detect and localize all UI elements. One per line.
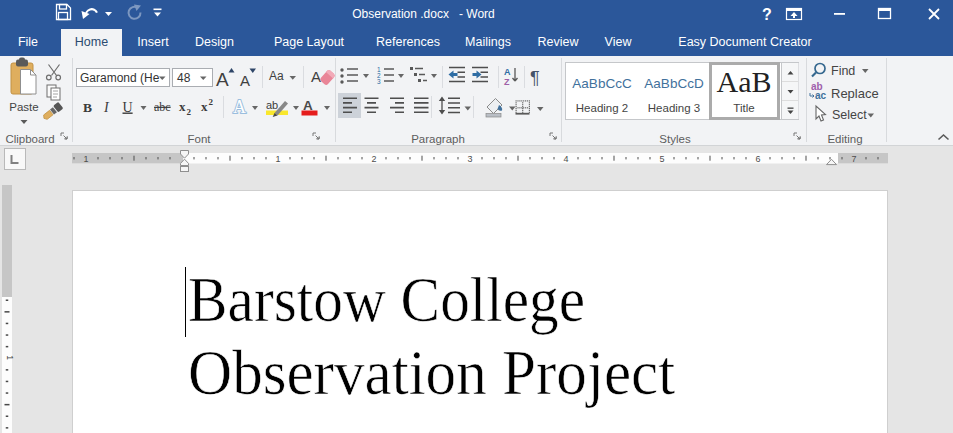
svg-text:5: 5	[659, 154, 664, 164]
svg-text:A: A	[504, 67, 511, 77]
svg-text:4: 4	[563, 154, 568, 164]
svg-text:Aa: Aa	[269, 69, 284, 83]
svg-text:A: A	[240, 72, 250, 89]
svg-text:I: I	[103, 100, 110, 115]
svg-text:¶: ¶	[530, 68, 540, 88]
svg-text:3: 3	[377, 78, 381, 85]
svg-text:A: A	[233, 97, 246, 117]
svg-text:U: U	[123, 100, 133, 115]
svg-text:Font: Font	[187, 133, 211, 145]
svg-text:A: A	[216, 69, 229, 90]
svg-text:Paragraph: Paragraph	[411, 133, 465, 145]
svg-text:48: 48	[177, 71, 191, 85]
svg-text:Find: Find	[831, 64, 855, 78]
svg-text:x: x	[201, 99, 208, 114]
svg-text:1: 1	[83, 154, 88, 164]
svg-text:x: x	[179, 99, 186, 114]
svg-text:2: 2	[371, 154, 376, 164]
svg-text:ac: ac	[815, 90, 827, 101]
svg-text:3: 3	[467, 154, 472, 164]
svg-text:Replace: Replace	[831, 86, 879, 101]
svg-text:6: 6	[755, 154, 760, 164]
svg-text:Select: Select	[832, 108, 867, 122]
svg-text:A: A	[311, 68, 321, 85]
svg-text:Editing: Editing	[827, 133, 862, 145]
svg-text:Heading 3: Heading 3	[648, 102, 700, 114]
svg-text:7: 7	[851, 154, 856, 164]
svg-text:1: 1	[5, 355, 14, 360]
svg-text:AaBbCcD: AaBbCcD	[644, 76, 704, 91]
svg-text:Title: Title	[733, 102, 754, 114]
svg-text:AaB: AaB	[717, 65, 772, 98]
svg-text:abc: abc	[154, 100, 171, 114]
svg-text:Paste: Paste	[9, 101, 38, 113]
svg-text:1: 1	[275, 154, 280, 164]
svg-text:A: A	[303, 98, 313, 113]
svg-text:Z: Z	[504, 77, 510, 87]
svg-text:B: B	[83, 100, 92, 115]
svg-text:2: 2	[187, 107, 192, 117]
svg-text:AaBbCcC: AaBbCcC	[572, 76, 632, 91]
svg-text:Styles: Styles	[659, 133, 691, 145]
svg-text:Heading 2: Heading 2	[576, 102, 628, 114]
svg-text:2: 2	[209, 97, 214, 107]
svg-text:Clipboard: Clipboard	[5, 133, 54, 145]
svg-text:Garamond (He: Garamond (He	[80, 71, 160, 85]
svg-text:ab: ab	[266, 99, 278, 111]
